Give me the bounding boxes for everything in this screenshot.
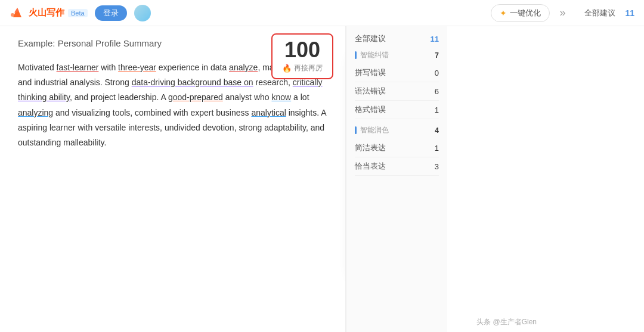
- right-all-suggestions[interactable]: 全部建议 11: [355, 33, 439, 44]
- score-box: 100 🔥 再接再厉: [271, 33, 333, 79]
- smart-correct-divider: 智能纠错 7: [355, 50, 439, 60]
- logo-text: 火山写作: [29, 7, 64, 18]
- highlight-analyze[interactable]: analyze: [229, 63, 258, 72]
- highlight-analytical[interactable]: analytical: [251, 108, 286, 117]
- highlight-three-year[interactable]: three-year: [118, 63, 156, 72]
- watermark: 头条 @生产者Glen: [476, 317, 537, 327]
- fire-icon: 🔥: [282, 64, 292, 73]
- svg-point-0: [11, 13, 14, 17]
- right-format[interactable]: 格式错误 1: [355, 101, 439, 119]
- highlight-know[interactable]: know: [271, 92, 291, 102]
- suggestions-count: 11: [625, 8, 634, 18]
- main-layout: 100 🔥 再接再厉 Example: Personal Profile Sum…: [0, 26, 644, 332]
- avatar[interactable]: [134, 5, 151, 21]
- right-grammar[interactable]: 语法错误 6: [355, 82, 439, 101]
- highlight-fast-learner[interactable]: fast-learner: [57, 63, 99, 72]
- more-button[interactable]: »: [557, 7, 568, 19]
- header: 火山写作 Beta 登录 ✦ 一键优化 » 全部建议 11: [0, 0, 644, 26]
- highlight-analyzing[interactable]: analyzing: [18, 108, 53, 117]
- highlight-good-prepared[interactable]: good-prepared: [168, 92, 223, 102]
- right-proper[interactable]: 恰当表达 3: [355, 157, 439, 176]
- login-button[interactable]: 登录: [95, 5, 127, 21]
- right-spelling[interactable]: 拼写错误 0: [355, 64, 439, 82]
- optimize-label: 一键优化: [510, 8, 541, 18]
- score-sub: 🔥 再接再厉: [282, 63, 323, 73]
- beta-badge: Beta: [68, 9, 88, 17]
- logo-icon: [10, 7, 25, 20]
- right-panel: 全部建议 11 智能纠错 7 拼写错误 0 语法错误 6 格式错误 1 智能润色…: [346, 26, 447, 332]
- star-icon: ✦: [500, 8, 507, 18]
- right-concise[interactable]: 简洁表达 1: [355, 139, 439, 157]
- suggestions-label: 全部建议: [584, 8, 615, 18]
- score-number: 100: [282, 39, 323, 61]
- smart-tone-divider: 智能润色 4: [355, 125, 439, 135]
- highlight-data-driving[interactable]: data-driving background base on: [132, 77, 253, 87]
- logo-area: 火山写作 Beta: [10, 7, 88, 20]
- optimize-button[interactable]: ✦ 一键优化: [491, 4, 550, 22]
- editor-area: 100 🔥 再接再厉 Example: Personal Profile Sum…: [0, 26, 346, 332]
